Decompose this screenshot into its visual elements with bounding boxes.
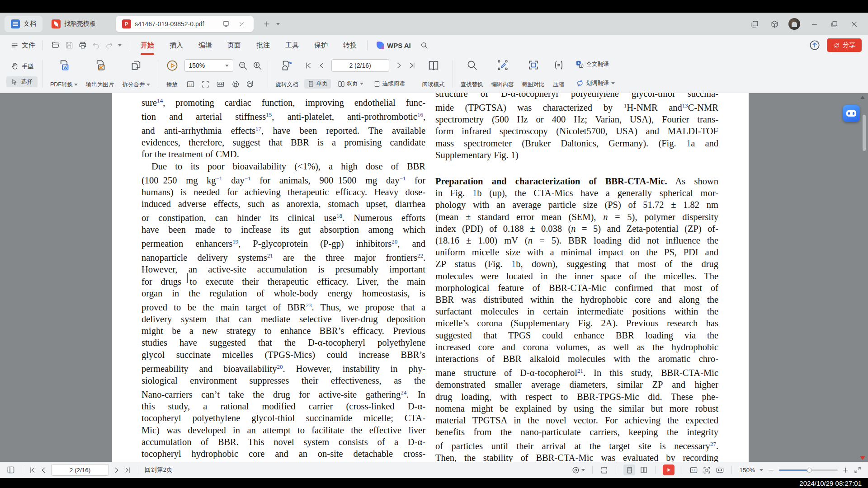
double-page-icon[interactable]	[640, 466, 648, 474]
continuous-read-icon[interactable]	[600, 466, 609, 474]
fullscreen-icon[interactable]	[854, 466, 862, 474]
zoom-chevron-icon[interactable]	[760, 469, 763, 471]
word-translate-label: 划词翻译	[586, 80, 609, 87]
text-line: BBR was distributed within the hydrophob…	[435, 294, 718, 305]
undo-icon[interactable]	[92, 41, 100, 50]
last-page-icon[interactable]	[408, 61, 416, 70]
app-center-icon[interactable]	[769, 18, 780, 30]
last-page-icon[interactable]	[124, 466, 132, 474]
menu-item-page[interactable]: 页面	[220, 37, 249, 54]
next-page-icon[interactable]	[113, 466, 120, 474]
single-page-icon	[626, 466, 633, 474]
fit-width-icon[interactable]	[216, 80, 225, 89]
play-button[interactable]: 播放	[162, 57, 183, 90]
double-page-button[interactable]: 双页	[335, 79, 367, 89]
zoom-out-minus-icon[interactable]	[768, 467, 774, 474]
save-icon[interactable]	[65, 41, 74, 50]
scrollbar-thumb[interactable]	[863, 115, 866, 151]
share-button[interactable]: 分享	[827, 38, 862, 52]
tab-docer-templates[interactable]: 找稻壳模板	[45, 16, 102, 32]
monitor-icon[interactable]	[220, 18, 232, 30]
upload-cloud-icon[interactable]	[809, 39, 821, 51]
page-number-input[interactable]	[51, 464, 109, 476]
search-icon[interactable]	[420, 41, 429, 50]
zoom-out-icon[interactable]	[238, 61, 248, 70]
quick-access-chevron-icon[interactable]	[118, 44, 122, 47]
single-page-button[interactable]: 单页	[304, 79, 331, 89]
menu-item-edit[interactable]: 编辑	[191, 37, 220, 54]
pdf-page[interactable]: sure14, promoting cardiac function, impr…	[112, 93, 749, 462]
rotate-document-button[interactable]: 旋转文档	[272, 57, 302, 90]
user-avatar[interactable]	[788, 18, 800, 30]
full-translate-button[interactable]: A文 全文翻译	[572, 59, 618, 70]
wps-ai-assistant-button[interactable]	[843, 105, 860, 122]
back-to-page-button[interactable]: 回到第2页	[145, 466, 173, 474]
window-close-icon[interactable]	[848, 18, 860, 30]
workspace-icon[interactable]	[749, 18, 760, 30]
share-label: 分享	[843, 41, 855, 49]
text-line: and anti-arrhythmia effects17, have been…	[142, 122, 425, 136]
fit-width-icon[interactable]	[716, 466, 724, 474]
export-image-button[interactable]: 输出为图片	[82, 57, 118, 90]
print-icon[interactable]	[78, 41, 87, 50]
menu-item-insert[interactable]: 插入	[162, 37, 191, 54]
zoom-in-icon[interactable]	[252, 61, 262, 70]
rotate-left-icon[interactable]	[231, 80, 240, 89]
maximize-restore-icon[interactable]	[828, 18, 840, 30]
previous-page-icon[interactable]	[40, 466, 47, 474]
wps-ai-menu-button[interactable]: WPS AI	[370, 42, 417, 49]
continuous-read-button[interactable]: 连续阅读	[370, 79, 408, 89]
read-mode-button[interactable]: 阅读模式	[418, 57, 449, 90]
page-number-input[interactable]	[331, 59, 389, 72]
menu-item-home[interactable]: 开始	[133, 37, 162, 54]
new-tab-icon[interactable]	[261, 18, 273, 30]
next-page-icon[interactable]	[395, 61, 403, 70]
rotate-right-icon[interactable]	[246, 80, 255, 89]
hand-tool-button[interactable]: 手型	[6, 61, 38, 72]
menu-item-convert[interactable]: 转换	[335, 37, 364, 54]
menu-item-tools[interactable]: 工具	[278, 37, 307, 54]
close-tab-icon[interactable]	[236, 18, 247, 30]
redo-icon[interactable]	[105, 41, 113, 50]
text-line: this study, a rational modified carrier …	[142, 400, 425, 412]
scroll-up-icon[interactable]	[860, 96, 865, 99]
text-line: molecules were located in the inner spac…	[435, 270, 718, 282]
fit-page-icon[interactable]	[201, 80, 210, 89]
pdf-convert-button[interactable]: W PDF转换	[46, 57, 82, 90]
word-translate-button[interactable]: A文 划词翻译	[572, 78, 618, 89]
file-menu-button[interactable]: 文件	[6, 41, 40, 50]
slideshow-play-button[interactable]	[663, 465, 675, 475]
split-merge-button[interactable]: 拆分合并	[118, 57, 154, 90]
tab-list-chevron-icon[interactable]	[276, 23, 280, 25]
menu-item-comment[interactable]: 批注	[249, 37, 278, 54]
menu-item-protect[interactable]: 保护	[307, 37, 335, 54]
text-line: tion and arterial stiffness15, anti-plat…	[142, 108, 425, 122]
eye-protection-button[interactable]	[571, 466, 585, 474]
minimize-icon[interactable]	[808, 18, 820, 30]
home-doc-icon	[11, 19, 20, 28]
actual-size-icon[interactable]: 1:1	[186, 80, 195, 89]
sidebar-toggle-icon[interactable]	[6, 465, 15, 474]
open-file-icon[interactable]	[51, 41, 60, 50]
continuous-read-icon	[373, 80, 381, 88]
zoom-slider-knob[interactable]	[807, 468, 812, 473]
single-page-button[interactable]	[623, 465, 635, 475]
tab-home[interactable]: 文档	[5, 16, 42, 32]
select-tool-button[interactable]: 选择	[6, 76, 38, 87]
first-page-icon[interactable]	[28, 466, 36, 474]
edit-content-button[interactable]: 编辑内容	[487, 57, 518, 90]
compress-button[interactable]: 压缩	[549, 57, 569, 90]
previous-page-icon[interactable]	[318, 61, 326, 70]
fit-screen-icon[interactable]	[703, 466, 711, 474]
zoom-select[interactable]: 150%	[184, 59, 233, 72]
zoom-slider[interactable]	[779, 469, 838, 471]
find-replace-button[interactable]: 查找替换	[457, 57, 487, 90]
screenshot-compare-button[interactable]: 截图对比	[518, 57, 549, 90]
vertical-scrollbar[interactable]	[861, 93, 867, 462]
first-page-icon[interactable]	[304, 61, 312, 70]
document-end-marker-icon[interactable]	[860, 456, 865, 460]
zoom-in-plus-icon[interactable]	[842, 467, 849, 474]
zoom-cluster: 150% 1:1	[183, 57, 264, 90]
tab-pdf-document[interactable]: P s41467-019-09852-0.pdf	[116, 16, 254, 32]
actual-size-icon[interactable]: 1:1	[689, 466, 698, 474]
